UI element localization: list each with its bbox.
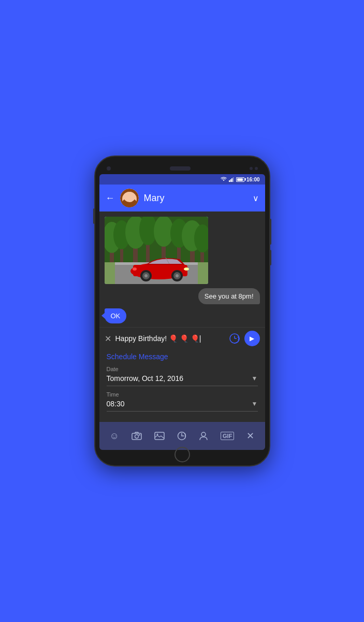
clock-button[interactable] bbox=[177, 431, 186, 441]
image-icon bbox=[154, 432, 165, 440]
svg-rect-51 bbox=[139, 434, 140, 435]
outgoing-message-text: See you at 8pm! bbox=[205, 292, 254, 300]
battery-icon bbox=[236, 177, 244, 182]
svg-rect-31 bbox=[105, 262, 115, 284]
schedule-section: Schedule Message Date Tomorrow, Oct 12, … bbox=[99, 349, 265, 422]
gif-icon: GIF bbox=[223, 433, 232, 439]
svg-point-53 bbox=[156, 434, 158, 435]
svg-rect-52 bbox=[155, 432, 164, 440]
svg-point-7 bbox=[130, 197, 132, 199]
image-button[interactable] bbox=[154, 432, 165, 440]
front-camera bbox=[107, 166, 111, 171]
date-row[interactable]: Tomorrow, Oct 12, 2016 ▼ bbox=[107, 374, 258, 386]
bottom-toolbar: ☺ bbox=[99, 422, 265, 450]
close-toolbar-button[interactable]: ✕ bbox=[246, 430, 254, 442]
send-button[interactable]: ▶ bbox=[244, 331, 260, 346]
schedule-title: Schedule Message bbox=[107, 352, 258, 361]
emoji-icon: ☺ bbox=[110, 431, 119, 442]
speaker-grille bbox=[170, 166, 191, 171]
camera-button[interactable] bbox=[132, 432, 142, 440]
camera-icon bbox=[132, 432, 142, 440]
phone-container: 16:00 ← bbox=[94, 156, 270, 466]
back-button[interactable]: ← bbox=[106, 193, 115, 204]
avatar bbox=[120, 189, 139, 207]
svg-rect-3 bbox=[232, 177, 234, 182]
close-icon: ✕ bbox=[246, 430, 254, 442]
home-button[interactable] bbox=[174, 447, 190, 462]
input-area: ✕ ▶ bbox=[99, 327, 265, 349]
avatar-image bbox=[120, 189, 139, 207]
svg-rect-0 bbox=[229, 180, 230, 182]
schedule-clock-icon[interactable] bbox=[229, 333, 240, 344]
status-icons: 16:00 bbox=[221, 177, 260, 182]
svg-point-38 bbox=[144, 274, 148, 277]
outgoing-message: See you at 8pm! bbox=[198, 288, 260, 304]
incoming-message: OK bbox=[105, 308, 127, 323]
chat-area: See you at 8pm! OK bbox=[99, 211, 265, 327]
time-dropdown-arrow[interactable]: ▼ bbox=[252, 400, 258, 407]
svg-point-58 bbox=[201, 432, 206, 436]
dropdown-icon[interactable]: ∨ bbox=[253, 193, 259, 203]
gif-button[interactable]: GIF bbox=[221, 432, 234, 440]
svg-point-5 bbox=[122, 192, 137, 206]
time-label: Time bbox=[107, 391, 258, 398]
incoming-message-text: OK bbox=[111, 312, 121, 320]
send-icon: ▶ bbox=[250, 335, 254, 342]
clear-button[interactable]: ✕ bbox=[105, 334, 111, 344]
status-bar: 16:00 bbox=[99, 174, 265, 185]
svg-point-42 bbox=[184, 267, 189, 271]
svg-rect-1 bbox=[230, 179, 231, 182]
wifi-icon bbox=[221, 177, 227, 182]
svg-point-41 bbox=[176, 274, 179, 277]
date-dropdown-arrow[interactable]: ▼ bbox=[252, 375, 258, 382]
svg-point-9 bbox=[131, 200, 134, 201]
power-button bbox=[269, 219, 271, 245]
svg-rect-32 bbox=[198, 262, 208, 284]
time-field: Time 08:30 ▼ bbox=[107, 391, 258, 412]
date-field: Date Tomorrow, Oct 12, 2016 ▼ bbox=[107, 366, 258, 386]
message-input[interactable] bbox=[115, 334, 225, 343]
time-row[interactable]: 08:30 ▼ bbox=[107, 400, 258, 412]
contact-button[interactable] bbox=[199, 431, 208, 441]
phone-screen: 16:00 ← bbox=[99, 174, 265, 450]
contact-name: Mary bbox=[144, 193, 247, 204]
svg-point-8 bbox=[125, 200, 127, 201]
svg-point-50 bbox=[135, 435, 138, 439]
status-time: 16:00 bbox=[246, 177, 260, 182]
signal-icon bbox=[229, 177, 234, 182]
date-value: Tomorrow, Oct 12, 2016 bbox=[107, 374, 247, 383]
power-button-2 bbox=[269, 250, 271, 265]
clock-icon bbox=[177, 431, 186, 441]
svg-rect-2 bbox=[231, 178, 232, 182]
phone-hardware-top bbox=[99, 163, 265, 174]
svg-point-43 bbox=[133, 267, 137, 271]
svg-point-6 bbox=[126, 197, 128, 199]
emoji-button[interactable]: ☺ bbox=[110, 431, 119, 442]
sensors bbox=[250, 167, 258, 170]
car-image bbox=[105, 217, 208, 284]
image-message bbox=[105, 217, 206, 284]
date-label: Date bbox=[107, 366, 258, 372]
contact-icon bbox=[199, 431, 208, 441]
time-value: 08:30 bbox=[107, 400, 247, 408]
volume-button bbox=[93, 208, 95, 224]
app-header: ← bbox=[99, 185, 265, 211]
